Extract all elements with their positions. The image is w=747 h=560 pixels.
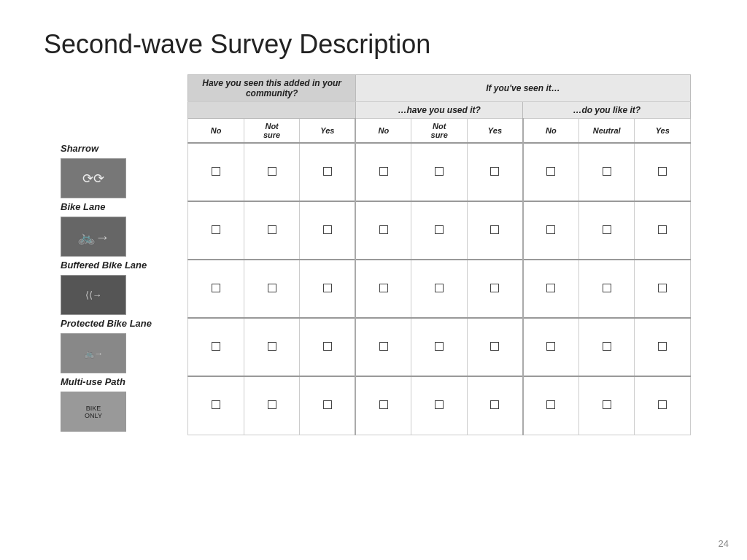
- header-if-seen: If you've seen it…: [355, 75, 690, 102]
- survey-table: Have you seen this added in your communi…: [56, 74, 691, 435]
- cb-protected-9[interactable]: [635, 318, 691, 376]
- row-image-buffered: ⟨⟨→: [61, 275, 126, 315]
- col-notsure-2: Notsure: [411, 119, 468, 144]
- col-yes-3: Yes: [635, 119, 691, 144]
- cb-protected-7[interactable]: [523, 318, 579, 376]
- content-area: Have you seen this added in your communi…: [0, 74, 747, 435]
- cb-bikelane-6[interactable]: [467, 201, 523, 260]
- cb-bikelane-4[interactable]: [355, 201, 411, 260]
- cb-protected-4[interactable]: [355, 318, 411, 376]
- cb-multiuse-5[interactable]: [411, 376, 468, 435]
- table-row: Multi-use Path BIKEONLY: [56, 376, 691, 435]
- cb-buffered-1[interactable]: [188, 260, 244, 318]
- cb-multiuse-7[interactable]: [523, 376, 579, 435]
- cb-protected-6[interactable]: [467, 318, 523, 376]
- cb-sharrow-5[interactable]: [411, 143, 468, 201]
- cb-bikelane-5[interactable]: [411, 201, 468, 260]
- col-yes-2: Yes: [467, 119, 523, 144]
- cb-sharrow-2[interactable]: [244, 143, 300, 201]
- cb-protected-5[interactable]: [411, 318, 468, 376]
- cb-protected-3[interactable]: [300, 318, 356, 376]
- cb-sharrow-6[interactable]: [467, 143, 523, 201]
- col-yes-1: Yes: [300, 119, 356, 144]
- table-row: Sharrow ⟳⟳: [56, 143, 691, 201]
- cb-bikelane-3[interactable]: [300, 201, 356, 260]
- cb-bikelane-7[interactable]: [523, 201, 579, 260]
- cb-protected-1[interactable]: [188, 318, 244, 376]
- cb-buffered-5[interactable]: [411, 260, 468, 318]
- cb-buffered-3[interactable]: [300, 260, 356, 318]
- col-no-2: No: [355, 119, 411, 144]
- col-neutral-3: Neutral: [578, 119, 635, 144]
- cb-buffered-6[interactable]: [467, 260, 523, 318]
- cb-sharrow-7[interactable]: [523, 143, 579, 201]
- cb-protected-8[interactable]: [578, 318, 635, 376]
- cb-sharrow-8[interactable]: [578, 143, 635, 201]
- row-label-sharrow: Sharrow ⟳⟳: [56, 143, 188, 201]
- row-label-multiuse: Multi-use Path BIKEONLY: [56, 376, 188, 435]
- row-image-sharrow: ⟳⟳: [61, 158, 126, 198]
- cb-multiuse-4[interactable]: [355, 376, 411, 435]
- cb-bikelane-8[interactable]: [578, 201, 635, 260]
- col-no-3: No: [523, 119, 579, 144]
- col-notsure-1: Notsure: [244, 119, 300, 144]
- cb-multiuse-8[interactable]: [578, 376, 635, 435]
- cb-buffered-8[interactable]: [578, 260, 635, 318]
- cb-sharrow-3[interactable]: [300, 143, 356, 201]
- row-image-protected: 🚲→: [61, 333, 126, 373]
- cb-bikelane-9[interactable]: [635, 201, 691, 260]
- cb-bikelane-2[interactable]: [244, 201, 300, 260]
- row-image-bikelane: 🚲→: [61, 217, 126, 257]
- cb-multiuse-1[interactable]: [188, 376, 244, 435]
- cb-protected-2[interactable]: [244, 318, 300, 376]
- col-no-1: No: [188, 119, 244, 144]
- cb-sharrow-9[interactable]: [635, 143, 691, 201]
- cb-buffered-7[interactable]: [523, 260, 579, 318]
- cb-multiuse-6[interactable]: [467, 376, 523, 435]
- cb-buffered-9[interactable]: [635, 260, 691, 318]
- cb-sharrow-1[interactable]: [188, 143, 244, 201]
- row-image-multiuse: BIKEONLY: [61, 392, 126, 432]
- header-like: …do you like it?: [523, 102, 691, 119]
- row-label-buffered: Buffered Bike Lane ⟨⟨→: [56, 260, 188, 318]
- cb-multiuse-3[interactable]: [300, 376, 356, 435]
- cb-bikelane-1[interactable]: [188, 201, 244, 260]
- cb-sharrow-4[interactable]: [355, 143, 411, 201]
- cb-buffered-4[interactable]: [355, 260, 411, 318]
- header-seen: Have you seen this added in your communi…: [188, 75, 356, 102]
- table-row: Protected Bike Lane 🚲→: [56, 318, 691, 376]
- table-row: Buffered Bike Lane ⟨⟨→: [56, 260, 691, 318]
- cb-multiuse-2[interactable]: [244, 376, 300, 435]
- table-row: Bike Lane 🚲→: [56, 201, 691, 260]
- page-title: Second-wave Survey Description: [0, 0, 747, 74]
- cb-multiuse-9[interactable]: [635, 376, 691, 435]
- cb-buffered-2[interactable]: [244, 260, 300, 318]
- row-label-protected: Protected Bike Lane 🚲→: [56, 318, 188, 376]
- header-used: …have you used it?: [355, 102, 523, 119]
- row-label-bikelane: Bike Lane 🚲→: [56, 201, 188, 260]
- page-number: 24: [719, 538, 729, 549]
